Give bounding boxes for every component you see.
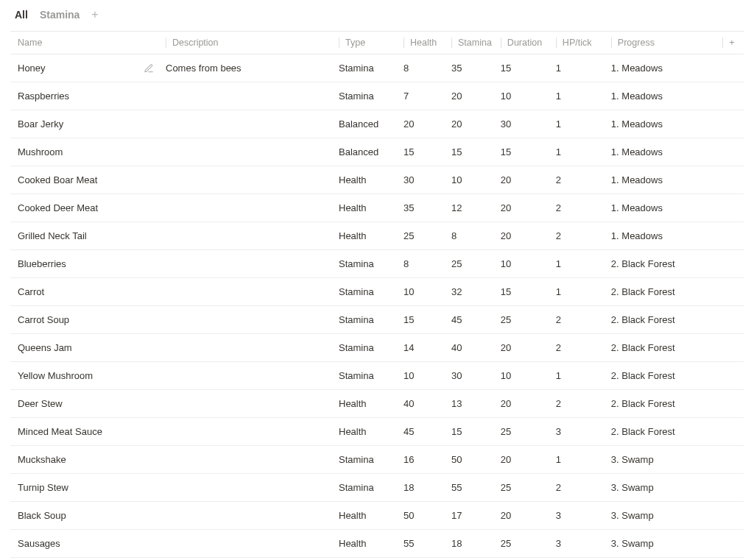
cell-description[interactable] <box>161 194 334 222</box>
table-row[interactable]: SausagesHealth55182533. Swamp <box>10 530 744 558</box>
cell-progress[interactable]: 2. Black Forest <box>607 334 714 362</box>
cell-health[interactable]: 30 <box>399 166 447 194</box>
cell-hptick[interactable]: 2 <box>552 306 607 334</box>
cell-duration[interactable]: 20 <box>496 222 552 250</box>
cell-description[interactable] <box>161 306 334 334</box>
cell-type[interactable]: Health <box>334 390 399 418</box>
cell-name[interactable]: Cooked Deer Meat <box>10 194 161 222</box>
cell-progress[interactable]: 3. Swamp <box>607 474 714 502</box>
cell-duration[interactable]: 25 <box>496 418 552 446</box>
cell-hptick[interactable]: 2 <box>552 166 607 194</box>
cell-type[interactable]: Stamina <box>334 250 399 278</box>
cell-health[interactable]: 45 <box>399 418 447 446</box>
cell-hptick[interactable]: 3 <box>552 502 607 530</box>
cell-name[interactable]: Mushroom <box>10 138 161 166</box>
cell-type[interactable]: Health <box>334 502 399 530</box>
table-row[interactable]: HoneyComes from beesStamina8351511. Mead… <box>10 54 744 82</box>
cell-progress[interactable]: 1. Meadows <box>607 166 714 194</box>
cell-description[interactable] <box>161 446 334 474</box>
cell-duration[interactable]: 15 <box>496 138 552 166</box>
cell-health[interactable]: 50 <box>399 502 447 530</box>
cell-type[interactable]: Stamina <box>334 82 399 110</box>
cell-stamina[interactable]: 32 <box>447 278 496 306</box>
cell-progress[interactable]: 2. Black Forest <box>607 306 714 334</box>
cell-stamina[interactable]: 13 <box>447 390 496 418</box>
table-row[interactable]: BlueberriesStamina8251012. Black Forest <box>10 250 744 278</box>
cell-health[interactable]: 7 <box>399 82 447 110</box>
cell-health[interactable]: 25 <box>399 222 447 250</box>
col-type[interactable]: Type <box>334 32 399 54</box>
cell-description[interactable]: Comes from bees <box>161 54 334 82</box>
cell-name[interactable]: Raspberries <box>10 82 161 110</box>
cell-stamina[interactable]: 55 <box>447 474 496 502</box>
table-row[interactable]: Cooked Boar MeatHealth30102021. Meadows <box>10 166 744 194</box>
table-row[interactable]: Carrot SoupStamina15452522. Black Forest <box>10 306 744 334</box>
cell-health[interactable]: 10 <box>399 362 447 390</box>
cell-description[interactable] <box>161 502 334 530</box>
cell-health[interactable]: 35 <box>399 194 447 222</box>
cell-hptick[interactable]: 2 <box>552 194 607 222</box>
cell-stamina[interactable]: 20 <box>447 110 496 138</box>
cell-hptick[interactable]: 1 <box>552 250 607 278</box>
cell-name[interactable]: Grilled Neck Tail <box>10 222 161 250</box>
cell-type[interactable]: Stamina <box>334 54 399 82</box>
cell-type[interactable]: Balanced <box>334 138 399 166</box>
cell-stamina[interactable]: 17 <box>447 502 496 530</box>
cell-hptick[interactable]: 1 <box>552 82 607 110</box>
cell-stamina[interactable]: 25 <box>447 250 496 278</box>
cell-progress[interactable]: 2. Black Forest <box>607 418 714 446</box>
cell-description[interactable] <box>161 82 334 110</box>
cell-health[interactable]: 15 <box>399 138 447 166</box>
cell-description[interactable] <box>161 530 334 558</box>
cell-name[interactable]: Boar Jerky <box>10 110 161 138</box>
cell-type[interactable]: Health <box>334 530 399 558</box>
table-row[interactable]: Queens JamStamina14402022. Black Forest <box>10 334 744 362</box>
cell-health[interactable]: 55 <box>399 530 447 558</box>
col-name[interactable]: Name <box>10 32 161 54</box>
cell-type[interactable]: Stamina <box>334 474 399 502</box>
cell-progress[interactable]: 1. Meadows <box>607 82 714 110</box>
cell-type[interactable]: Stamina <box>334 306 399 334</box>
cell-stamina[interactable]: 8 <box>447 222 496 250</box>
cell-name[interactable]: Muckshake <box>10 446 161 474</box>
cell-progress[interactable]: 3. Swamp <box>607 530 714 558</box>
cell-name[interactable]: Carrot <box>10 278 161 306</box>
cell-description[interactable] <box>161 110 334 138</box>
cell-hptick[interactable]: 1 <box>552 138 607 166</box>
cell-stamina[interactable]: 35 <box>447 54 496 82</box>
cell-type[interactable]: Health <box>334 166 399 194</box>
tab-stamina[interactable]: Stamina <box>40 9 80 21</box>
cell-type[interactable]: Stamina <box>334 446 399 474</box>
cell-health[interactable]: 20 <box>399 110 447 138</box>
cell-hptick[interactable]: 1 <box>552 110 607 138</box>
cell-type[interactable]: Health <box>334 222 399 250</box>
col-hptick[interactable]: HP/tick <box>552 32 607 54</box>
table-row[interactable]: MuckshakeStamina16502013. Swamp <box>10 446 744 474</box>
cell-progress[interactable]: 1. Meadows <box>607 54 714 82</box>
cell-name[interactable]: Yellow Mushroom <box>10 362 161 390</box>
cell-stamina[interactable]: 20 <box>447 82 496 110</box>
cell-stamina[interactable]: 15 <box>447 138 496 166</box>
cell-duration[interactable]: 20 <box>496 502 552 530</box>
cell-name[interactable]: Honey <box>10 54 161 82</box>
cell-duration[interactable]: 25 <box>496 306 552 334</box>
cell-name[interactable]: Black Soup <box>10 502 161 530</box>
cell-progress[interactable]: 2. Black Forest <box>607 250 714 278</box>
cell-stamina[interactable]: 50 <box>447 446 496 474</box>
add-view-button[interactable]: + <box>91 9 98 21</box>
cell-duration[interactable]: 20 <box>496 446 552 474</box>
cell-description[interactable] <box>161 278 334 306</box>
cell-type[interactable]: Stamina <box>334 362 399 390</box>
cell-duration[interactable]: 30 <box>496 110 552 138</box>
cell-type[interactable]: Stamina <box>334 278 399 306</box>
cell-health[interactable]: 16 <box>399 446 447 474</box>
cell-name[interactable]: Turnip Stew <box>10 474 161 502</box>
cell-progress[interactable]: 3. Swamp <box>607 446 714 474</box>
cell-progress[interactable]: 2. Black Forest <box>607 362 714 390</box>
cell-duration[interactable]: 10 <box>496 362 552 390</box>
cell-hptick[interactable]: 1 <box>552 54 607 82</box>
cell-type[interactable]: Balanced <box>334 110 399 138</box>
cell-duration[interactable]: 15 <box>496 54 552 82</box>
cell-description[interactable] <box>161 166 334 194</box>
table-row[interactable]: Deer StewHealth40132022. Black Forest <box>10 390 744 418</box>
